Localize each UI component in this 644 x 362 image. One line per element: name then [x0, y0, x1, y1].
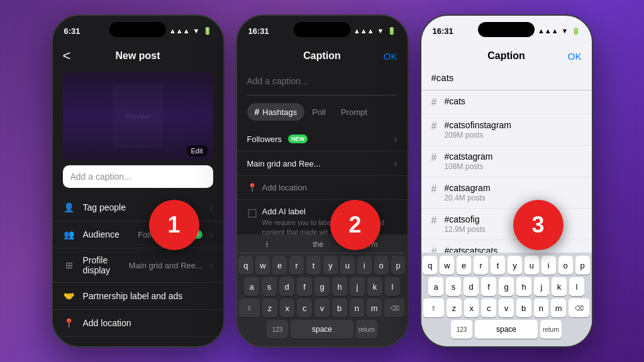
search-value[interactable]: #cats: [431, 72, 454, 83]
key-del-3[interactable]: ⌫: [569, 299, 590, 317]
key-space-2[interactable]: space: [291, 320, 353, 339]
key-i-3[interactable]: i: [541, 256, 556, 275]
preview-area: Preview Edit: [63, 72, 213, 160]
key-q-2[interactable]: q: [238, 256, 253, 275]
key-f-2[interactable]: f: [297, 277, 312, 296]
key-123-3[interactable]: 123: [451, 320, 472, 339]
back-button-1[interactable]: <: [63, 48, 71, 64]
key-return-2[interactable]: return: [356, 320, 377, 339]
key-d-3[interactable]: d: [464, 277, 479, 296]
key-j-2[interactable]: j: [350, 277, 365, 296]
key-n-2[interactable]: n: [350, 299, 365, 317]
key-t-3[interactable]: t: [491, 256, 505, 275]
key-b-3[interactable]: b: [516, 299, 531, 317]
key-l-2[interactable]: l: [385, 277, 400, 296]
key-n-3[interactable]: n: [534, 299, 549, 317]
partnership-item[interactable]: 🤝 Partnership label and ads: [53, 283, 223, 310]
key-g-3[interactable]: g: [499, 277, 514, 296]
hashtag-row-catsofinstagram[interactable]: # #catsofinstagram 209M posts: [421, 114, 592, 146]
key-s-2[interactable]: s: [262, 277, 277, 296]
key-123-2[interactable]: 123: [267, 320, 288, 339]
key-v-2[interactable]: v: [314, 299, 330, 317]
key-k-3[interactable]: k: [552, 277, 567, 296]
key-space-3[interactable]: space: [475, 320, 538, 339]
key-s-3[interactable]: s: [446, 277, 461, 296]
hashtag-row-catsofig[interactable]: # #catsofig 12.9M posts: [421, 209, 592, 240]
key-o-2[interactable]: o: [374, 256, 389, 275]
phone-3: 16:31 ▲▲▲ ▼ 🔋 Caption OK #cats # #cats #: [420, 14, 593, 348]
location-row-2[interactable]: 📍 Add location: [237, 176, 408, 200]
phone3-header: Caption OK: [421, 43, 592, 69]
key-u-2[interactable]: u: [340, 256, 355, 275]
key-o-3[interactable]: o: [558, 256, 573, 275]
audience-label: Audience: [83, 229, 131, 239]
key-m-3[interactable]: m: [551, 299, 566, 317]
suggest-the[interactable]: the: [313, 240, 324, 249]
key-a-3[interactable]: a: [428, 277, 443, 296]
key-q-3[interactable]: q: [423, 256, 437, 275]
key-f-3[interactable]: f: [481, 277, 496, 296]
key-i-2[interactable]: i: [357, 256, 372, 275]
phone-1: 6:31 ▲▲▲ ▼ 🔋 < New post Preview Edit Add…: [52, 14, 225, 348]
key-b-2[interactable]: b: [332, 299, 347, 317]
location-item-1[interactable]: 📍 Add location: [53, 310, 223, 337]
key-y-2[interactable]: y: [323, 256, 338, 275]
setting-grid[interactable]: Main grid and Ree... ›: [237, 151, 408, 176]
key-z-3[interactable]: z: [447, 299, 462, 317]
key-shift-2[interactable]: ⇧: [239, 299, 260, 317]
key-c-3[interactable]: c: [481, 299, 496, 317]
key-w-3[interactable]: w: [440, 256, 454, 275]
tab-poll[interactable]: Poll: [304, 103, 333, 121]
edit-button[interactable]: Edit: [186, 145, 208, 156]
setting-followers-content: Followers NEW: [247, 134, 308, 144]
key-del-2[interactable]: ⌫: [384, 299, 406, 317]
ok-button-2[interactable]: OK: [384, 51, 397, 62]
status-time-1: 6:31: [64, 26, 80, 36]
key-c-2[interactable]: c: [297, 299, 312, 317]
hashtag-row-catstagram[interactable]: # #catstagram 108M posts: [421, 146, 592, 177]
setting-followers[interactable]: Followers NEW ›: [237, 127, 408, 151]
key-r-2[interactable]: r: [289, 256, 304, 275]
tab-hashtags[interactable]: # Hashtags: [247, 103, 305, 121]
step-2-number: 2: [348, 212, 361, 238]
key-e-3[interactable]: e: [457, 256, 471, 275]
key-w-2[interactable]: w: [255, 256, 270, 275]
grid-label: Main grid and Ree...: [247, 159, 321, 168]
key-shift-3[interactable]: ⇧: [423, 299, 445, 317]
ok-button-3[interactable]: OK: [568, 51, 582, 62]
profile-display-item[interactable]: ⊞ Profile display Main grid and Ree... ›: [53, 248, 223, 283]
key-d-2[interactable]: d: [279, 277, 294, 296]
key-v-3[interactable]: v: [499, 299, 514, 317]
key-e-2[interactable]: e: [272, 256, 287, 275]
key-m-2[interactable]: m: [367, 299, 382, 317]
tab-prompt[interactable]: Prompt: [333, 103, 375, 121]
key-p-2[interactable]: p: [391, 256, 406, 275]
caption-input-1[interactable]: Add a caption...: [63, 165, 213, 188]
key-u-3[interactable]: u: [525, 256, 539, 275]
kb-row-3-3: ⇧ z x c v b n m ⌫: [423, 299, 590, 317]
key-return-3[interactable]: return: [540, 320, 562, 339]
profile-display-value: Main grid and Ree...: [129, 261, 203, 270]
hash-name-catsofig: #catsofig: [444, 214, 485, 224]
key-k-2[interactable]: k: [367, 277, 382, 296]
key-r-3[interactable]: r: [474, 256, 488, 275]
key-y-3[interactable]: y: [508, 256, 522, 275]
phone-2-wrapper: 16:31 ▲▲▲ ▼ 🔋 Caption OK Add a caption..…: [236, 14, 409, 348]
hashtag-row-catsagram[interactable]: # #catsagram 20.4M posts: [421, 177, 592, 209]
key-g-2[interactable]: g: [314, 277, 330, 296]
hashtag-row-cats[interactable]: # #cats: [421, 90, 592, 114]
kb-row-1-2: q w e r t y u i o p: [239, 256, 406, 275]
key-t-2[interactable]: t: [306, 256, 321, 275]
suggest-i[interactable]: i: [266, 240, 268, 249]
key-j-3[interactable]: j: [534, 277, 549, 296]
key-h-3[interactable]: h: [516, 277, 531, 296]
key-a-2[interactable]: a: [244, 277, 259, 296]
key-x-3[interactable]: x: [464, 299, 479, 317]
key-x-2[interactable]: x: [280, 299, 295, 317]
wifi-icon-1: ▼: [193, 27, 200, 35]
key-h-2[interactable]: h: [332, 277, 347, 296]
key-z-2[interactable]: z: [262, 299, 277, 317]
hash-name-catstagram: #catstagram: [444, 151, 492, 162]
key-l-3[interactable]: l: [569, 277, 584, 296]
key-p-3[interactable]: p: [575, 256, 590, 275]
